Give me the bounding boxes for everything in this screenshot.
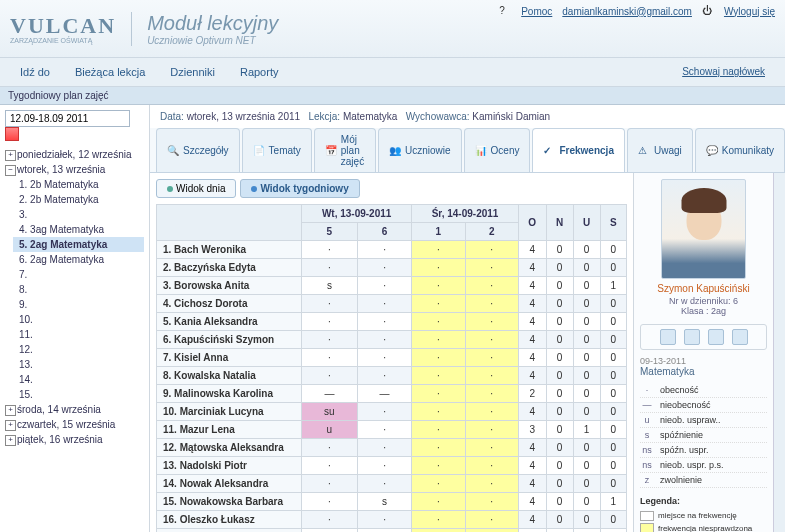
- tree-lesson[interactable]: 6. 2ag Matematyka: [13, 252, 144, 267]
- legend-symbol: —nieobecność: [640, 398, 767, 413]
- table-row[interactable]: 5. Kania Aleksandra····4000: [157, 313, 627, 331]
- tab-icon: 📊: [475, 145, 487, 157]
- student-photo: [661, 179, 746, 279]
- tree-lesson[interactable]: 1. 2b Matematyka: [13, 177, 144, 192]
- table-row[interactable]: 7. Kisiel Anna····4000: [157, 349, 627, 367]
- panel-date: 09-13-2011: [640, 356, 767, 366]
- calendar-icon[interactable]: [5, 127, 19, 141]
- sub-bar: Tygodniowy plan zajęć: [0, 87, 785, 105]
- tree-lesson[interactable]: 12.: [13, 342, 144, 357]
- tab-icon: 💬: [706, 145, 718, 157]
- legend-symbol: ·obecność: [640, 383, 767, 398]
- tree-lesson[interactable]: 8.: [13, 282, 144, 297]
- tab-icon: 🔍: [167, 145, 179, 157]
- view-day-button[interactable]: Widok dnia: [156, 179, 236, 198]
- menu-current-lesson[interactable]: Bieżąca lekcja: [65, 62, 155, 82]
- student-meta: Nr w dzienniku: 6 Klasa : 2ag: [640, 296, 767, 316]
- tree-lesson[interactable]: 4. 3ag Matematyka: [13, 222, 144, 237]
- tree-lesson[interactable]: 7.: [13, 267, 144, 282]
- view-week-button[interactable]: Widok tygodniowy: [240, 179, 359, 198]
- tree-day[interactable]: poniedziałek, 12 września: [5, 147, 144, 162]
- info-bar: Data: wtorek, 13 września 2011 Lekcja: M…: [150, 105, 785, 128]
- tree-lesson[interactable]: 2. 2b Matematyka: [13, 192, 144, 207]
- tab-tematy[interactable]: 📄Tematy: [242, 128, 312, 172]
- tab-icon: ✓: [543, 145, 555, 157]
- teacher-label: Wychowawca:: [406, 111, 470, 122]
- tree-lesson[interactable]: 14.: [13, 372, 144, 387]
- lesson-value: Matematyka: [343, 111, 397, 122]
- lesson-label: Lekcja:: [308, 111, 340, 122]
- tree-day[interactable]: piątek, 16 września: [5, 432, 144, 447]
- email-link[interactable]: damianlkaminski@gmail.com: [562, 6, 692, 17]
- table-row[interactable]: 11. Mazur Lenau···3010: [157, 421, 627, 439]
- menu-journals[interactable]: Dzienniki: [160, 62, 225, 82]
- tab-komunikaty[interactable]: 💬Komunikaty: [695, 128, 785, 172]
- tree-day[interactable]: czwartek, 15 września: [5, 417, 144, 432]
- table-row[interactable]: 4. Cichosz Dorota····4000: [157, 295, 627, 313]
- tree-day[interactable]: środa, 14 września: [5, 402, 144, 417]
- menu-goto[interactable]: Idź do: [10, 62, 60, 82]
- table-row[interactable]: 8. Kowalska Natalia····4000: [157, 367, 627, 385]
- tab-mój plan zajęć[interactable]: 📅Mój plan zajęć: [314, 128, 376, 172]
- tabs-bar: 🔍Szczegóły📄Tematy📅Mój plan zajęć👥Uczniow…: [150, 128, 785, 173]
- tree-lesson[interactable]: 5. 2ag Matematyka: [13, 237, 144, 252]
- date-range-input[interactable]: [5, 110, 130, 127]
- action-2-icon[interactable]: [684, 329, 700, 345]
- scrollbar[interactable]: [773, 173, 785, 532]
- legend-symbols: ·obecność—nieobecnośćunieob. usprаw..ssp…: [640, 383, 767, 488]
- table-row[interactable]: 15. Nowakowska Barbara·s··4001: [157, 493, 627, 511]
- view-buttons: Widok dnia Widok tygodniowy: [156, 179, 627, 198]
- schedule-tree: poniedziałek, 12 wrześniawtorek, 13 wrze…: [5, 147, 144, 447]
- legend-boxes: miejsce na frekwencjęfrekwencja niespraw…: [640, 510, 767, 532]
- table-row[interactable]: 13. Nadolski Piotr····4000: [157, 457, 627, 475]
- tree-lesson[interactable]: 9.: [13, 297, 144, 312]
- tree-lesson[interactable]: 15.: [13, 387, 144, 402]
- app-header: VULCAN ZARZĄDZANIE OŚWIATĄ Moduł lekcyjn…: [0, 0, 785, 58]
- module-title: Moduł lekcyjny Uczniowie Optivum NET: [131, 12, 278, 46]
- legend-symbol: sspóźnienie: [640, 428, 767, 443]
- tree-lesson[interactable]: 11.: [13, 327, 144, 342]
- hide-header-link[interactable]: Schowaj nagłówek: [672, 62, 775, 81]
- legend-title: Legenda:: [640, 496, 767, 506]
- menu-bar: Idź do Bieżąca lekcja Dzienniki Raporty …: [0, 58, 785, 87]
- tree-lesson[interactable]: 3.: [13, 207, 144, 222]
- tab-icon: 👥: [389, 145, 401, 157]
- help-link[interactable]: Pomoc: [521, 6, 552, 17]
- content-area: Data: wtorek, 13 września 2011 Lekcja: M…: [150, 105, 785, 532]
- tab-uwagi[interactable]: ⚠Uwagi: [627, 128, 693, 172]
- action-1-icon[interactable]: [660, 329, 676, 345]
- table-row[interactable]: 9. Malinowska Karolina——··2000: [157, 385, 627, 403]
- table-row[interactable]: 10. Marciniak Lucynasu···4000: [157, 403, 627, 421]
- table-row[interactable]: 6. Kapuściński Szymon····4000: [157, 331, 627, 349]
- sidebar: poniedziałek, 12 wrześniawtorek, 13 wrze…: [0, 105, 150, 532]
- table-area: Widok dnia Widok tygodniowy Wt, 13-09-20…: [150, 173, 633, 532]
- legend-symbol: nsnieob. uspr. p.s.: [640, 458, 767, 473]
- tab-uczniowie[interactable]: 👥Uczniowie: [378, 128, 462, 172]
- table-row[interactable]: 17. Ornowska Anna····4000: [157, 529, 627, 533]
- top-links: ? Pomoc damianlkaminski@gmail.com ⏻ Wylo…: [499, 5, 775, 17]
- table-row[interactable]: 14. Nowak Aleksandra····4000: [157, 475, 627, 493]
- tab-oceny[interactable]: 📊Oceny: [464, 128, 531, 172]
- tab-icon: ⚠: [638, 145, 650, 157]
- action-3-icon[interactable]: [708, 329, 724, 345]
- action-4-icon[interactable]: [732, 329, 748, 345]
- table-row[interactable]: 2. Baczyńska Edyta····4000: [157, 259, 627, 277]
- table-row[interactable]: 3. Borowska Anitas···4001: [157, 277, 627, 295]
- logout-link[interactable]: Wyloguj się: [724, 6, 775, 17]
- legend-symbol: nsspóźn. uspr.: [640, 443, 767, 458]
- action-icons: [640, 324, 767, 350]
- attendance-table: Wt, 13-09-2011Śr, 14-09-2011ONUS56121. B…: [156, 204, 627, 532]
- table-row[interactable]: 1. Bach Weronika····4000: [157, 241, 627, 259]
- date-label: Data:: [160, 111, 184, 122]
- tree-lesson[interactable]: 13.: [13, 357, 144, 372]
- menu-reports[interactable]: Raporty: [230, 62, 289, 82]
- tab-frekwencja[interactable]: ✓Frekwencja: [532, 128, 624, 172]
- tree-lesson[interactable]: 10.: [13, 312, 144, 327]
- table-row[interactable]: 16. Oleszko Łukasz····4000: [157, 511, 627, 529]
- table-row[interactable]: 12. Mątowska Aleksandra····4000: [157, 439, 627, 457]
- tab-szczegóły[interactable]: 🔍Szczegóły: [156, 128, 240, 172]
- module-name: Moduł lekcyjny: [147, 12, 278, 35]
- logout-icon: ⏻: [702, 5, 714, 17]
- teacher-value: Kamiński Damian: [472, 111, 550, 122]
- tree-day[interactable]: wtorek, 13 września: [5, 162, 144, 177]
